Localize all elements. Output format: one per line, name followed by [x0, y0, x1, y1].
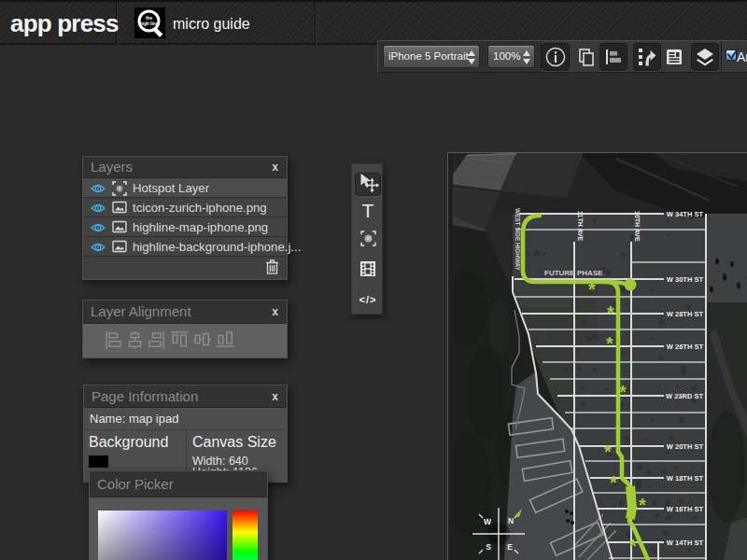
- svg-text:*: *: [610, 472, 617, 493]
- svg-text:W 20TH ST: W 20TH ST: [667, 442, 704, 451]
- svg-text:W 14TH ST: W 14TH ST: [667, 539, 704, 547]
- svg-text:*: *: [639, 495, 646, 515]
- svg-text:S: S: [486, 542, 491, 552]
- svg-text:high line: high line: [140, 21, 159, 26]
- svg-text:N: N: [508, 516, 514, 525]
- svg-text:PHASE: PHASE: [577, 269, 603, 277]
- svg-text:W 23RD ST: W 23RD ST: [666, 392, 703, 400]
- svg-text:*: *: [606, 333, 613, 354]
- svg-text:*: *: [629, 536, 637, 556]
- svg-text:*: *: [588, 279, 596, 300]
- svg-text:W 16TH ST: W 16TH ST: [667, 505, 704, 513]
- svg-text:*: *: [619, 382, 627, 402]
- svg-text:W 18TH ST: W 18TH ST: [667, 474, 704, 483]
- svg-text:W 30TH ST: W 30TH ST: [667, 275, 704, 284]
- svg-text:W 26TH ST: W 26TH ST: [667, 343, 704, 351]
- svg-text:W: W: [484, 517, 492, 526]
- svg-text:the: the: [146, 16, 153, 21]
- svg-text:W 34TH ST: W 34TH ST: [667, 210, 704, 218]
- svg-text:W 28TH ST: W 28TH ST: [667, 310, 704, 318]
- svg-text:11TH AVE: 11TH AVE: [577, 211, 584, 242]
- svg-text:10TH AVE: 10TH AVE: [634, 211, 641, 242]
- svg-text:WEST SIDE HIGHWAY: WEST SIDE HIGHWAY: [514, 208, 521, 272]
- svg-text:*: *: [607, 302, 614, 323]
- svg-text:*: *: [604, 441, 612, 462]
- svg-text:E: E: [507, 542, 513, 552]
- svg-text:FUTURE: FUTURE: [544, 269, 575, 277]
